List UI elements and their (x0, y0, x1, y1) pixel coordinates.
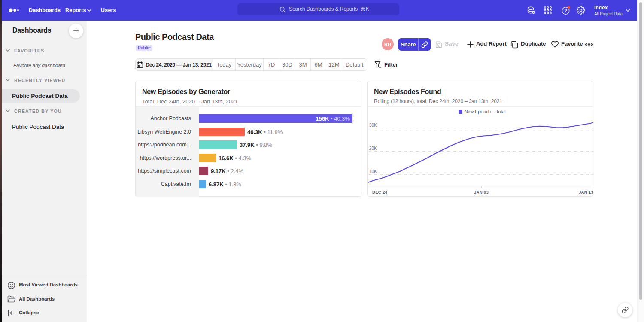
svg-text:?: ? (564, 8, 567, 13)
